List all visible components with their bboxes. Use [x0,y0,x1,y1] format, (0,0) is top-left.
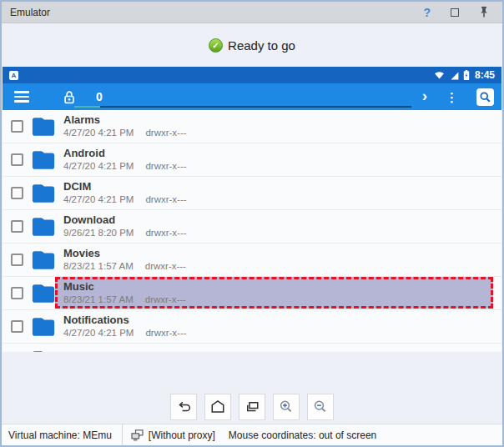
home-button[interactable] [204,394,231,420]
folder-icon [31,249,56,270]
folder-icon [31,349,56,352]
file-date: 4/27/20 4:21 PM [63,194,134,205]
home-icon [208,397,228,417]
file-list: Alarms 4/27/20 4:21 PM drwxr-x--- Androi… [3,110,501,352]
file-row-partial[interactable] [3,344,501,352]
file-meta: 8/23/21 1:57 AM drwxr-x--- [63,261,186,272]
menu-icon[interactable] [14,91,29,102]
file-name: Android [63,148,187,159]
footer-divider [122,424,123,445]
android-status-bar: A 8:45 [3,67,501,83]
signal-icon [449,70,460,81]
row-checkbox[interactable] [11,187,23,199]
back-button[interactable] [170,394,197,420]
folder-icon [31,283,56,304]
search-icon [478,90,492,104]
file-row-movies[interactable]: Movies 8/23/21 1:57 AM drwxr-x--- [3,244,501,277]
file-info: Alarms 4/27/20 4:21 PM drwxr-x--- [63,114,187,138]
status-icons: 8:45 [433,69,495,81]
row-checkbox[interactable] [11,120,23,133]
file-row-music-selected[interactable]: Music 8/23/21 1:57 AM drwxr-x--- [3,277,501,310]
file-date: 8/23/21 1:57 AM [63,261,134,272]
battery-icon [463,69,470,81]
wifi-icon [433,69,446,81]
folder-icon [31,149,56,170]
file-row-download[interactable]: Download 9/26/21 8:20 PM drwxr-x--- [3,210,501,244]
android-screen: A 8:45 [3,67,501,352]
emulator-nav-toolbar [2,393,502,421]
file-info: DCIM 4/27/20 4:21 PM drwxr-x--- [63,181,187,205]
file-info: Notifications 4/27/20 4:21 PM drwxr-x--- [63,314,187,339]
ready-check-icon: ✓ [209,38,223,53]
zoom-in-icon [276,397,296,417]
lock-icon[interactable] [63,89,76,105]
file-permissions: drwxr-x--- [145,328,186,339]
ready-strip: ✓ Ready to go [2,24,502,67]
row-checkbox[interactable] [11,320,23,333]
row-checkbox[interactable] [11,287,23,299]
chevron-right-icon[interactable]: › [422,88,427,103]
back-icon [174,397,194,417]
vm-label: Virtual machine: MEmu [2,429,122,441]
overflow-menu-icon[interactable]: ⋮ [446,91,458,103]
file-info: Movies 8/23/21 1:57 AM drwxr-x--- [63,248,186,272]
recent-apps-icon [242,397,262,417]
recent-apps-button[interactable] [239,394,265,420]
file-name: Alarms [63,114,187,126]
ready-message: Ready to go [228,38,295,53]
progress-track [100,106,411,108]
clock: 8:45 [475,69,495,81]
file-row-android[interactable]: Android 4/27/20 4:21 PM drwxr-x--- [3,143,501,177]
file-name: Movies [63,248,186,259]
selection-count: 0 [96,90,103,103]
pin-icon[interactable] [479,6,489,18]
window-title: Emulator [10,7,50,18]
help-icon[interactable]: ? [423,7,431,18]
file-name: DCIM [63,181,187,193]
file-permissions: drwxr-x--- [145,228,186,239]
file-meta: 9/26/21 8:20 PM drwxr-x--- [63,228,187,239]
file-date: 4/27/20 4:21 PM [63,161,134,172]
folder-icon [31,116,56,137]
file-row-dcim[interactable]: DCIM 4/27/20 4:21 PM drwxr-x--- [3,177,501,210]
file-meta: 4/27/20 4:21 PM drwxr-x--- [63,194,187,205]
file-meta: 4/27/20 4:21 PM drwxr-x--- [63,161,187,172]
app-toolbar: 0 › ⋮ [3,83,501,110]
file-info: Android 4/27/20 4:21 PM drwxr-x--- [63,148,187,172]
file-meta: 4/27/20 4:21 PM drwxr-x--- [63,328,187,339]
file-name: Notifications [63,314,187,326]
file-info: Download 9/26/21 8:20 PM drwxr-x--- [63,214,187,239]
file-meta: 4/27/20 4:21 PM drwxr-x--- [63,128,187,138]
folder-icon [31,183,56,203]
notification-app-badge: A [9,71,18,80]
file-date: 9/26/21 8:20 PM [63,228,134,239]
search-button[interactable] [476,88,494,106]
toolbar-actions: › ⋮ [422,88,501,106]
file-permissions: drwxr-x--- [145,161,186,172]
network-computers-icon [131,429,144,441]
file-meta: 8/23/21 1:57 AM drwxr-x--- [63,294,186,305]
footer-status-bar: Virtual machine: MEmu [Without proxy] Mo… [2,424,502,445]
zoom-in-button[interactable] [273,394,300,420]
zoom-out-icon [310,397,330,417]
row-checkbox[interactable] [11,254,23,266]
file-name: Music [63,281,186,293]
row-checkbox[interactable] [11,153,23,166]
row-checkbox[interactable] [11,220,23,233]
mouse-coordinates-label: Mouse coordinates: out of screen [229,429,376,441]
zoom-out-button[interactable] [307,394,334,420]
proxy-label: [Without proxy] [149,429,215,441]
emulator-window: Emulator ? ✓ Ready to go A [0,0,504,447]
file-date: 8/23/21 1:57 AM [63,294,134,305]
maximize-icon[interactable] [451,8,459,17]
file-row-notifications[interactable]: Notifications 4/27/20 4:21 PM drwxr-x--- [3,310,501,344]
file-permissions: drwxr-x--- [145,294,186,305]
file-row-alarms[interactable]: Alarms 4/27/20 4:21 PM drwxr-x--- [3,110,501,143]
file-permissions: drwxr-x--- [145,261,186,272]
progress-segment [74,106,100,108]
folder-icon [31,216,56,237]
file-date: 4/27/20 4:21 PM [63,128,134,138]
file-date: 4/27/20 4:21 PM [63,328,134,339]
file-name: Download [63,214,187,226]
titlebar-buttons: ? [423,6,494,18]
